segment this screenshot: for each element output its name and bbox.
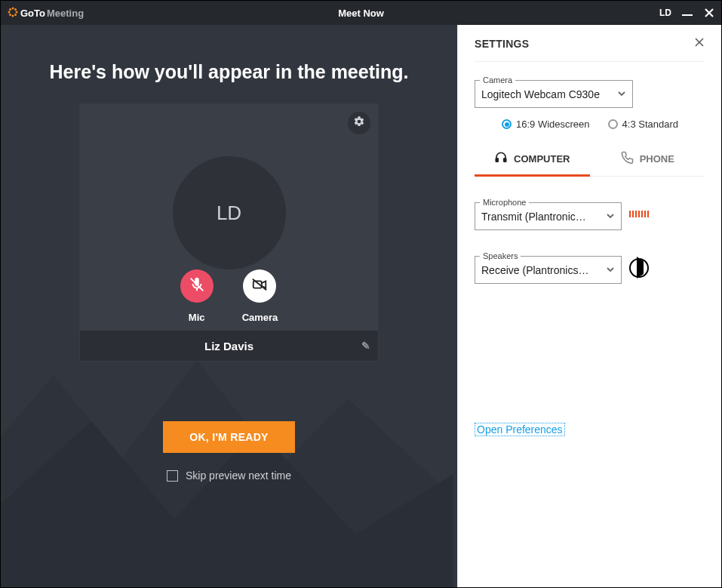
- open-preferences-link[interactable]: Open Preferences: [475, 423, 565, 436]
- radio-unselected-icon: [608, 119, 618, 129]
- gear-icon: [353, 115, 365, 131]
- camera-off-icon: [251, 276, 268, 296]
- audio-tab-computer[interactable]: COMPUTER: [475, 143, 590, 176]
- svg-point-2: [8, 11, 11, 13]
- audio-tab-phone-label: PHONE: [640, 153, 674, 165]
- mic-muted-icon: [189, 276, 205, 296]
- audio-tab-computer-label: COMPUTER: [514, 153, 570, 165]
- checkbox-icon: [167, 470, 178, 482]
- aspect-widescreen-label: 16:9 Widescreen: [516, 119, 590, 130]
- chevron-down-icon: [617, 88, 626, 101]
- user-initials-badge[interactable]: LD: [659, 8, 671, 18]
- avatar-initials: LD: [217, 202, 241, 225]
- chevron-down-icon: [606, 210, 615, 223]
- aspect-widescreen-radio[interactable]: 16:9 Widescreen: [502, 119, 590, 130]
- svg-point-3: [16, 11, 18, 13]
- camera-select[interactable]: Camera Logitech Webcam C930e: [475, 75, 633, 108]
- aspect-standard-label: 4:3 Standard: [622, 119, 678, 130]
- settings-panel: SETTINGS Camera Logitech Webcam C930e: [457, 25, 721, 587]
- ok-ready-button[interactable]: OK, I'M READY: [163, 421, 295, 453]
- settings-title: SETTINGS: [475, 38, 529, 50]
- svg-rect-11: [496, 159, 498, 162]
- minimize-button[interactable]: [682, 10, 693, 16]
- headset-icon: [494, 151, 508, 167]
- chevron-down-icon: [606, 263, 615, 277]
- test-speakers-button[interactable]: [629, 258, 649, 278]
- mic-level-meter: [629, 211, 649, 217]
- svg-point-1: [12, 14, 14, 17]
- speakers-select[interactable]: Speakers Receive (Plantronics Savi …: [475, 251, 622, 284]
- preview-settings-button[interactable]: [348, 112, 370, 134]
- brand: GoToMeeting: [7, 6, 84, 20]
- preview-card: LD Mic: [80, 104, 378, 361]
- camera-toggle-label: Camera: [242, 312, 278, 323]
- window-title: Meet Now: [1, 8, 721, 19]
- avatar-placeholder: LD: [173, 156, 286, 269]
- microphone-select-legend: Microphone: [480, 198, 529, 207]
- brand-text-goto: GoTo: [20, 8, 45, 19]
- svg-point-4: [9, 8, 11, 11]
- preview-pane: Here's how you'll appear in the meeting.…: [1, 25, 457, 587]
- speakers-select-legend: Speakers: [480, 251, 521, 260]
- skip-preview-label: Skip preview next time: [186, 469, 291, 482]
- display-name: Liz Davis: [204, 340, 253, 352]
- radio-selected-icon: [502, 119, 512, 129]
- preview-stage: LD Mic: [80, 104, 378, 331]
- name-bar: Liz Davis ✎: [80, 331, 378, 361]
- microphone-select-value: Transmit (Plantronics Savi…: [481, 211, 591, 223]
- brand-logo-icon: [7, 6, 19, 20]
- brand-text-meeting: Meeting: [47, 8, 84, 19]
- edit-name-button[interactable]: ✎: [361, 340, 370, 352]
- svg-rect-12: [504, 159, 506, 162]
- camera-select-legend: Camera: [480, 75, 515, 85]
- speakers-select-value: Receive (Plantronics Savi …: [481, 264, 591, 276]
- preview-heading: Here's how you'll appear in the meeting.: [1, 61, 457, 83]
- svg-point-6: [9, 14, 11, 16]
- mic-toggle[interactable]: Mic: [180, 269, 214, 323]
- camera-select-value: Logitech Webcam C930e: [481, 88, 600, 100]
- settings-close-button[interactable]: [694, 37, 705, 51]
- microphone-select[interactable]: Microphone Transmit (Plantronics Savi…: [475, 198, 622, 230]
- aspect-standard-radio[interactable]: 4:3 Standard: [608, 119, 678, 130]
- skip-preview-checkbox[interactable]: Skip preview next time: [1, 469, 457, 482]
- play-icon: [635, 261, 644, 275]
- svg-point-7: [14, 14, 17, 16]
- audio-tab-phone[interactable]: PHONE: [590, 143, 705, 176]
- close-button[interactable]: [703, 7, 715, 19]
- svg-point-5: [14, 8, 17, 11]
- mic-toggle-label: Mic: [189, 312, 205, 323]
- phone-icon: [620, 151, 634, 167]
- titlebar: GoToMeeting Meet Now LD: [1, 1, 721, 25]
- close-icon: [694, 37, 705, 50]
- svg-point-0: [12, 7, 14, 9]
- camera-toggle[interactable]: Camera: [242, 269, 278, 323]
- pencil-icon: ✎: [361, 340, 370, 352]
